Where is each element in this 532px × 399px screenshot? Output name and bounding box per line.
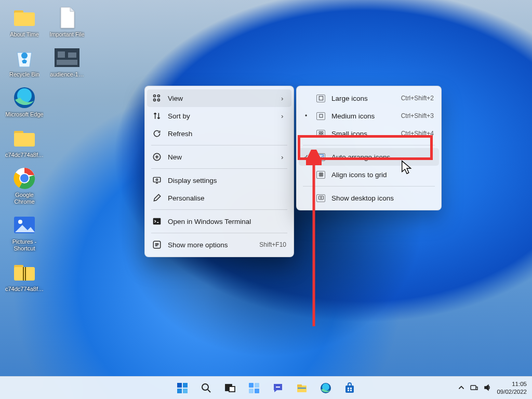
desktop-icon-label: audience-1… bbox=[50, 71, 84, 78]
clock-time: 11:05 bbox=[497, 380, 527, 388]
desktop-icon-google-chrome[interactable]: Google Chrome bbox=[4, 164, 45, 207]
view-icon bbox=[152, 94, 162, 103]
svg-rect-12 bbox=[14, 267, 35, 281]
menu-item-sort-by[interactable]: Sort by › bbox=[147, 107, 291, 125]
submenu-item-large-icons[interactable]: Large icons Ctrl+Shift+2 bbox=[299, 89, 439, 107]
svg-rect-28 bbox=[319, 96, 323, 100]
desktop-icon-folder-c74-b[interactable]: c74dc774a8f… bbox=[4, 258, 45, 295]
menu-separator bbox=[151, 145, 287, 145]
taskbar-center bbox=[172, 378, 360, 398]
menu-item-label: Display settings bbox=[168, 177, 286, 184]
svg-rect-33 bbox=[321, 134, 323, 136]
auto-arrange-icon bbox=[316, 153, 325, 161]
menu-separator bbox=[303, 145, 435, 145]
menu-item-label: Large icons bbox=[331, 95, 395, 102]
menu-item-label: Auto arrange icons bbox=[331, 153, 434, 161]
menu-item-new[interactable]: New › bbox=[147, 148, 291, 166]
desktop-icon-grid: About Time Recycle Bin Microsoft Edge bbox=[4, 3, 87, 295]
menu-separator bbox=[151, 168, 287, 169]
svg-rect-47 bbox=[249, 389, 254, 393]
desktop-icon-microsoft-edge[interactable]: Microsoft Edge bbox=[4, 83, 45, 120]
edge-icon bbox=[12, 85, 37, 110]
image-thumbnail-icon bbox=[55, 45, 79, 70]
svg-rect-52 bbox=[298, 388, 306, 389]
pictures-icon bbox=[12, 212, 37, 237]
svg-rect-40 bbox=[177, 389, 182, 393]
context-menu[interactable]: View › Sort by › Refresh New › Display s… bbox=[144, 86, 294, 257]
desktop[interactable]: About Time Recycle Bin Microsoft Edge bbox=[0, 0, 532, 399]
svg-rect-48 bbox=[255, 389, 259, 393]
taskbar-edge-button[interactable] bbox=[315, 378, 336, 398]
network-icon[interactable] bbox=[470, 383, 478, 393]
svg-rect-45 bbox=[249, 383, 254, 388]
widgets-button[interactable] bbox=[244, 378, 264, 398]
tray-overflow-button[interactable] bbox=[457, 383, 464, 393]
menu-item-label: Medium icons bbox=[331, 112, 395, 120]
menu-separator bbox=[151, 209, 287, 210]
desktop-icon-recycle-bin[interactable]: Recycle Bin bbox=[4, 43, 45, 80]
chat-button[interactable] bbox=[268, 378, 288, 398]
svg-rect-46 bbox=[255, 383, 259, 388]
desktop-icon-about-time[interactable]: About Time bbox=[4, 3, 45, 40]
start-button[interactable] bbox=[172, 378, 193, 398]
svg-rect-32 bbox=[319, 134, 321, 136]
svg-rect-29 bbox=[320, 114, 323, 117]
svg-point-8 bbox=[20, 174, 29, 182]
svg-rect-26 bbox=[153, 218, 161, 224]
menu-item-display-settings[interactable]: Display settings bbox=[147, 171, 291, 189]
large-icons-icon bbox=[316, 95, 325, 102]
svg-rect-55 bbox=[345, 385, 354, 393]
menu-item-view[interactable]: View › bbox=[147, 89, 291, 107]
submenu-item-small-icons[interactable]: Small icons Ctrl+Shift+4 bbox=[299, 125, 439, 142]
svg-rect-44 bbox=[229, 387, 235, 392]
desktop-icon-label: Google Chrome bbox=[5, 192, 44, 205]
menu-shortcut: Ctrl+Shift+3 bbox=[401, 112, 434, 119]
submenu-item-medium-icons[interactable]: • Medium icons Ctrl+Shift+3 bbox=[299, 107, 439, 125]
clock[interactable]: 11:05 09/02/2022 bbox=[497, 380, 527, 395]
submenu-item-show-desktop-icons[interactable]: Show desktop icons bbox=[299, 189, 439, 207]
desktop-icon-label: c74dc774a8f… bbox=[5, 152, 44, 158]
menu-item-label: Open in Windows Terminal bbox=[168, 218, 286, 225]
menu-item-refresh[interactable]: Refresh bbox=[147, 125, 291, 142]
submenu-item-align-to-grid[interactable]: Align icons to grid bbox=[299, 166, 439, 183]
menu-item-show-more-options[interactable]: Show more options Shift+F10 bbox=[147, 236, 291, 254]
taskbar[interactable]: 11:05 09/02/2022 bbox=[0, 376, 532, 399]
task-view-button[interactable] bbox=[220, 378, 241, 398]
desktop-icon-label: Microsoft Edge bbox=[5, 111, 43, 118]
svg-rect-30 bbox=[319, 131, 321, 133]
svg-rect-60 bbox=[471, 385, 476, 390]
desktop-icon-important-file[interactable]: Important File bbox=[47, 3, 87, 40]
sort-icon bbox=[152, 111, 162, 121]
more-options-icon bbox=[152, 240, 162, 249]
svg-rect-18 bbox=[68, 52, 76, 58]
chevron-right-icon: › bbox=[281, 95, 286, 102]
svg-rect-51 bbox=[297, 384, 302, 387]
file-explorer-button[interactable] bbox=[291, 378, 312, 398]
svg-point-19 bbox=[153, 95, 155, 97]
menu-item-terminal[interactable]: Open in Windows Terminal bbox=[147, 212, 291, 230]
svg-rect-39 bbox=[183, 383, 188, 388]
system-tray[interactable]: 11:05 09/02/2022 bbox=[457, 380, 529, 395]
submenu-view[interactable]: Large icons Ctrl+Shift+2 • Medium icons … bbox=[296, 86, 442, 210]
menu-separator bbox=[303, 186, 435, 187]
desktop-icon-label: About Time bbox=[10, 31, 39, 38]
menu-item-personalise[interactable]: Personalise bbox=[147, 189, 291, 207]
menu-item-label: Refresh bbox=[168, 130, 286, 138]
submenu-item-auto-arrange[interactable]: ✓ Auto arrange icons bbox=[299, 148, 439, 166]
svg-rect-38 bbox=[177, 383, 182, 388]
recycle-bin-icon bbox=[12, 45, 37, 70]
svg-rect-5 bbox=[14, 133, 35, 147]
terminal-icon bbox=[152, 217, 162, 226]
desktop-icon-pictures-shortcut[interactable]: Pictures - Shortcut bbox=[4, 210, 45, 254]
display-settings-icon bbox=[152, 176, 162, 185]
folder-icon bbox=[12, 126, 37, 151]
desktop-icon-folder-c74-a[interactable]: c74dc774a8f… bbox=[4, 124, 45, 161]
personalise-icon bbox=[152, 193, 162, 203]
microsoft-store-button[interactable] bbox=[339, 378, 360, 398]
clock-date: 09/02/2022 bbox=[497, 388, 527, 395]
small-icons-icon bbox=[316, 130, 325, 138]
volume-icon[interactable] bbox=[483, 383, 491, 393]
search-button[interactable] bbox=[196, 378, 217, 398]
desktop-icon-label: c74dc774a8f… bbox=[5, 286, 44, 292]
desktop-icon-audience-photo[interactable]: audience-1… bbox=[47, 43, 87, 80]
